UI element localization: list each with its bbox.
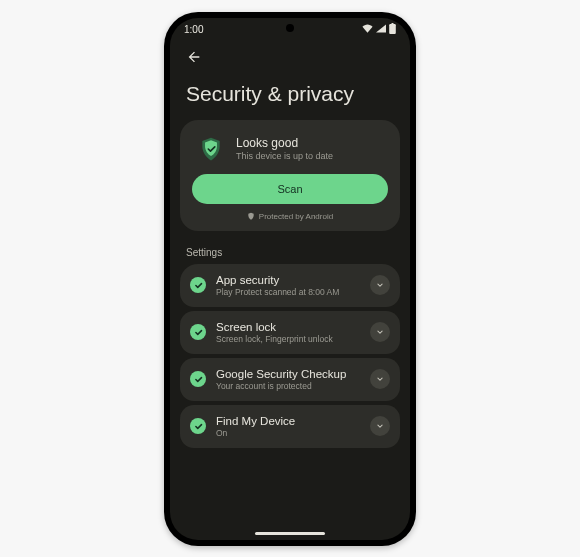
expand-button[interactable] xyxy=(370,369,390,389)
shield-small-icon xyxy=(247,212,255,220)
expand-button[interactable] xyxy=(370,416,390,436)
settings-item-google-security-checkup[interactable]: Google Security Checkup Your account is … xyxy=(180,358,400,401)
status-time: 1:00 xyxy=(184,24,203,35)
status-title: Looks good xyxy=(236,136,333,150)
camera-hole xyxy=(286,24,294,32)
back-button[interactable] xyxy=(180,43,208,71)
page-title: Security & privacy xyxy=(170,72,410,120)
protected-by-footer: Protected by Android xyxy=(192,212,388,221)
settings-item-app-security[interactable]: App security Play Protect scanned at 8:0… xyxy=(180,264,400,307)
settings-item-title: App security xyxy=(216,274,360,286)
phone-frame: 1:00 Security & pri xyxy=(164,12,416,546)
settings-item-title: Find My Device xyxy=(216,415,360,427)
chevron-down-icon xyxy=(375,374,385,384)
screen: 1:00 Security & pri xyxy=(170,18,410,540)
settings-item-title: Google Security Checkup xyxy=(216,368,360,380)
status-shield-icon xyxy=(196,134,226,164)
settings-section-label: Settings xyxy=(170,241,410,264)
status-card: Looks good This device is up to date Sca… xyxy=(180,120,400,231)
settings-item-subtitle: Screen lock, Fingerprint unlock xyxy=(216,334,360,344)
home-indicator[interactable] xyxy=(255,532,325,535)
battery-icon xyxy=(389,23,396,36)
check-icon xyxy=(190,324,206,340)
expand-button[interactable] xyxy=(370,275,390,295)
status-subtitle: This device is up to date xyxy=(236,151,333,161)
scan-button[interactable]: Scan xyxy=(192,174,388,204)
scan-button-label: Scan xyxy=(277,183,302,195)
arrow-back-icon xyxy=(186,49,202,65)
top-app-bar xyxy=(170,42,410,72)
settings-item-find-my-device[interactable]: Find My Device On xyxy=(180,405,400,448)
chevron-down-icon xyxy=(375,421,385,431)
settings-item-subtitle: Play Protect scanned at 8:00 AM xyxy=(216,287,360,297)
settings-item-title: Screen lock xyxy=(216,321,360,333)
svg-rect-0 xyxy=(389,24,396,34)
settings-item-subtitle: Your account is protected xyxy=(216,381,360,391)
settings-list: App security Play Protect scanned at 8:0… xyxy=(170,264,410,448)
chevron-down-icon xyxy=(375,327,385,337)
check-icon xyxy=(190,418,206,434)
chevron-down-icon xyxy=(375,280,385,290)
protected-by-label: Protected by Android xyxy=(259,212,333,221)
check-icon xyxy=(190,277,206,293)
svg-rect-1 xyxy=(391,23,393,25)
settings-item-screen-lock[interactable]: Screen lock Screen lock, Fingerprint unl… xyxy=(180,311,400,354)
settings-item-subtitle: On xyxy=(216,428,360,438)
signal-icon xyxy=(376,24,386,35)
check-icon xyxy=(190,371,206,387)
expand-button[interactable] xyxy=(370,322,390,342)
wifi-icon xyxy=(362,24,373,35)
